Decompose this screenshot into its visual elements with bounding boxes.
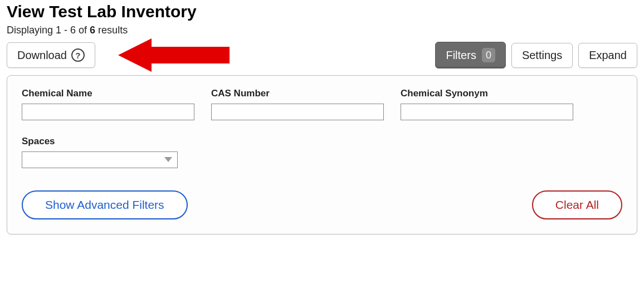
page-title: View Test Lab Inventory	[7, 2, 637, 21]
input-chemical-synonym[interactable]	[401, 104, 573, 120]
label-spaces: Spaces	[22, 136, 178, 147]
filter-panel: Chemical Name CAS Number Chemical Synony…	[7, 75, 637, 234]
filters-count-badge: 0	[482, 48, 495, 62]
displaying-suffix: results	[95, 25, 128, 36]
filter-panel-footer: Show Advanced Filters Clear All	[22, 190, 622, 219]
help-icon: ?	[71, 48, 85, 62]
field-chemical-name: Chemical Name	[22, 88, 194, 120]
download-button[interactable]: Download ?	[7, 42, 95, 68]
label-cas-number: CAS Number	[211, 88, 384, 99]
toolbar-left: Download ?	[7, 42, 95, 68]
expand-button[interactable]: Expand	[578, 43, 637, 68]
svg-marker-0	[118, 38, 230, 72]
toolbar: Download ? Filters 0 Settings Expand	[7, 42, 637, 68]
field-cas-number: CAS Number	[211, 88, 384, 120]
displaying-of: of	[76, 25, 90, 36]
settings-button[interactable]: Settings	[511, 43, 573, 68]
select-spaces[interactable]	[22, 151, 178, 168]
input-cas-number[interactable]	[211, 104, 384, 120]
field-spaces: Spaces	[22, 136, 178, 168]
displaying-prefix: Displaying	[7, 25, 56, 36]
annotation-arrow-icon	[118, 38, 230, 72]
filter-row-1: Chemical Name CAS Number Chemical Synony…	[22, 88, 622, 120]
displaying-total: 6	[90, 25, 95, 36]
input-chemical-name[interactable]	[22, 104, 194, 120]
label-chemical-name: Chemical Name	[22, 88, 194, 99]
toolbar-right: Filters 0 Settings Expand	[435, 42, 637, 68]
filters-button[interactable]: Filters 0	[435, 42, 505, 68]
show-advanced-filters-button[interactable]: Show Advanced Filters	[22, 190, 188, 219]
displaying-range: 1 - 6	[56, 25, 76, 36]
filters-label: Filters	[446, 49, 476, 62]
results-count: Displaying 1 - 6 of 6 results	[7, 25, 637, 36]
label-chemical-synonym: Chemical Synonym	[401, 88, 573, 99]
field-chemical-synonym: Chemical Synonym	[401, 88, 573, 120]
filter-row-2: Spaces	[22, 136, 622, 168]
select-spaces-input[interactable]	[22, 151, 178, 168]
download-label: Download	[17, 49, 67, 62]
clear-all-button[interactable]: Clear All	[532, 190, 622, 219]
